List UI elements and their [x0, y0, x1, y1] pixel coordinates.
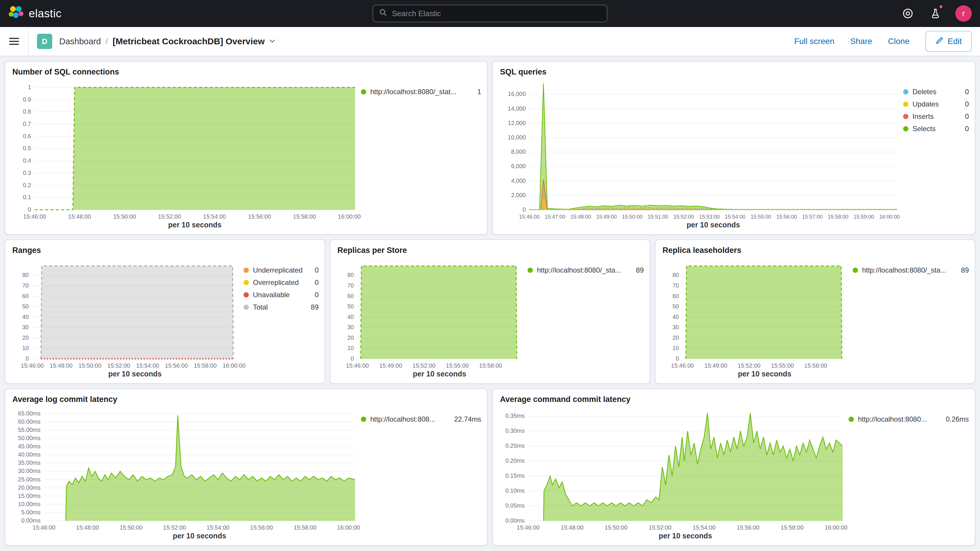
svg-text:15:55:00: 15:55:00: [771, 362, 794, 369]
svg-text:16:00:00: 16:00:00: [223, 362, 246, 369]
svg-text:0.05ms: 0.05ms: [505, 502, 525, 509]
dashboard-badge-letter: D: [42, 37, 48, 46]
legend: http://localhost:8080/_sta... 89: [853, 255, 969, 379]
legend: Deletes 0 Updates 0 Inserts 0 Selects 0: [903, 76, 969, 229]
page-title[interactable]: [Metricbeat CockroachDB] Overview: [113, 37, 276, 46]
elastic-logo-icon: [8, 5, 24, 22]
svg-text:20: 20: [22, 334, 29, 341]
search-input[interactable]: [392, 9, 601, 18]
help-icon[interactable]: [900, 6, 915, 21]
svg-text:35.00ms: 35.00ms: [18, 459, 40, 466]
svg-text:16:00:00: 16:00:00: [825, 524, 848, 531]
svg-text:15:52:00: 15:52:00: [412, 362, 436, 369]
dashboard-grid: Number of SQL connections 00.10.20.30.40…: [0, 56, 980, 550]
svg-text:10: 10: [22, 345, 29, 351]
svg-text:15:46:00: 15:46:00: [21, 362, 44, 369]
svg-text:15:49:00: 15:49:00: [705, 362, 727, 369]
legend-item[interactable]: http://localhost:8080/_sta... 89: [528, 266, 644, 274]
svg-text:per 10 seconds: per 10 seconds: [413, 370, 466, 378]
menu-icon[interactable]: [0, 27, 29, 56]
legend-value: 22.74ms: [454, 415, 481, 424]
legend-value: 89: [961, 266, 969, 274]
panel-title[interactable]: Replicas per Store: [337, 246, 644, 255]
legend-label: Updates: [913, 100, 960, 108]
share-button[interactable]: Share: [850, 37, 872, 46]
legend-value: 0: [315, 291, 319, 299]
dashboard-toolbar: D Dashboard / [Metricbeat CockroachDB] O…: [0, 27, 980, 56]
svg-text:0.9: 0.9: [23, 96, 31, 103]
legend: http://localhost:8080... 0.26ms: [848, 404, 969, 540]
svg-text:15:49:00: 15:49:00: [379, 362, 402, 369]
svg-text:20: 20: [673, 334, 679, 341]
svg-text:15:58:00: 15:58:00: [194, 362, 216, 369]
svg-text:60: 60: [22, 293, 29, 299]
svg-text:60: 60: [347, 293, 354, 299]
svg-text:per 10 seconds: per 10 seconds: [738, 370, 791, 378]
legend-value: 89: [311, 303, 319, 311]
svg-text:15:46:00: 15:46:00: [671, 362, 694, 369]
svg-text:15:48:00: 15:48:00: [49, 362, 73, 369]
chevron-down-icon: [269, 37, 276, 46]
legend-value: 0: [315, 266, 319, 274]
sql-queries-chart[interactable]: 02,0004,0006,0008,00010,00012,00014,0001…: [499, 76, 903, 229]
legend-item[interactable]: Underreplicated 0: [243, 266, 319, 274]
svg-text:15:48:00: 15:48:00: [570, 214, 591, 220]
legend-item[interactable]: http://localhost:808... 22.74ms: [361, 415, 481, 424]
legend-label: http://localhost:8080/_sta...: [537, 266, 631, 274]
svg-text:15:59:00: 15:59:00: [854, 214, 874, 220]
replicas-per-store-chart[interactable]: 0102030405060708015:46:0015:49:0015:52:0…: [336, 255, 528, 379]
legend-item[interactable]: Overreplicated 0: [243, 279, 319, 287]
legend-item[interactable]: Deletes 0: [903, 88, 969, 96]
legend-label: Unavailable: [253, 291, 310, 299]
command-commit-latency-chart[interactable]: 0.00ms0.05ms0.10ms0.15ms0.20ms0.25ms0.30…: [499, 404, 848, 540]
svg-text:80: 80: [347, 272, 354, 278]
svg-text:0.1: 0.1: [23, 194, 31, 201]
legend-item[interactable]: Updates 0: [903, 100, 969, 108]
svg-text:15:58:00: 15:58:00: [828, 214, 848, 220]
svg-text:15:58:00: 15:58:00: [293, 213, 316, 220]
svg-text:16:00:00: 16:00:00: [879, 214, 900, 220]
legend-item[interactable]: Inserts 0: [903, 112, 969, 121]
elastic-logo[interactable]: elastic: [8, 5, 62, 22]
svg-text:per 10 seconds: per 10 seconds: [687, 221, 740, 229]
panel-title[interactable]: Replica leaseholders: [662, 246, 969, 255]
avatar[interactable]: r: [955, 5, 972, 22]
legend-item[interactable]: Selects 0: [903, 125, 969, 133]
global-search[interactable]: [372, 5, 608, 22]
ranges-chart[interactable]: 0102030405060708015:46:0015:48:0015:50:0…: [11, 255, 243, 379]
legend-item[interactable]: Total 89: [243, 303, 319, 311]
legend-label: Selects: [913, 125, 960, 133]
svg-text:0.20ms: 0.20ms: [505, 457, 525, 464]
svg-text:0.5: 0.5: [23, 145, 31, 151]
legend-item[interactable]: Unavailable 0: [243, 291, 319, 299]
svg-text:60: 60: [673, 293, 679, 299]
svg-text:40: 40: [673, 314, 679, 320]
legend-item[interactable]: http://localhost:8080/_stat... 1: [361, 88, 481, 96]
svg-text:15:47:00: 15:47:00: [545, 214, 565, 220]
panel-title[interactable]: SQL queries: [500, 67, 969, 76]
panel-title[interactable]: Number of SQL connections: [12, 67, 481, 76]
elastic-logo-text: elastic: [29, 7, 62, 20]
svg-text:15:56:00: 15:56:00: [248, 213, 271, 220]
full-screen-button[interactable]: Full screen: [794, 37, 834, 46]
breadcrumb-dashboard-link[interactable]: Dashboard: [59, 37, 101, 46]
panel-title[interactable]: Average command commit latency: [500, 395, 969, 404]
svg-text:0.10ms: 0.10ms: [505, 487, 525, 494]
legend: http://localhost:8080/_sta... 89: [528, 255, 644, 379]
panel-title[interactable]: Average log commit latency: [12, 395, 481, 404]
svg-text:15.00ms: 15.00ms: [18, 493, 40, 499]
panel-title[interactable]: Ranges: [12, 246, 319, 255]
svg-text:50: 50: [673, 303, 679, 309]
replica-leaseholders-chart[interactable]: 0102030405060708015:46:0015:49:0015:52:0…: [661, 255, 853, 379]
svg-text:0.4: 0.4: [23, 157, 31, 164]
svg-text:15:56:00: 15:56:00: [737, 524, 760, 531]
newsfeed-icon[interactable]: [928, 6, 943, 21]
clone-button[interactable]: Clone: [888, 37, 910, 46]
legend-item[interactable]: http://localhost:8080... 0.26ms: [848, 415, 969, 424]
svg-text:15:56:00: 15:56:00: [250, 524, 273, 531]
edit-button[interactable]: Edit: [926, 31, 972, 52]
svg-text:15:52:00: 15:52:00: [738, 362, 760, 369]
legend-item[interactable]: http://localhost:8080/_sta... 89: [853, 266, 969, 274]
sql-connections-chart[interactable]: 00.10.20.30.40.50.60.70.80.9115:46:0015:…: [11, 76, 361, 229]
log-commit-latency-chart[interactable]: 0.00ms5.00ms10.00ms15.00ms20.00ms25.00ms…: [11, 404, 361, 540]
